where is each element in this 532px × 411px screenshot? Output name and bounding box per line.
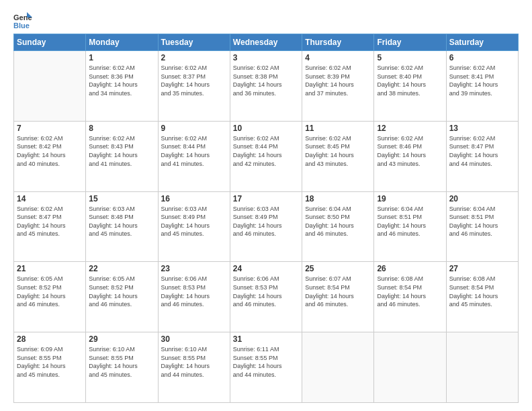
cell-info: Sunrise: 6:08 AM Sunset: 8:54 PM Dayligh…: [449, 275, 515, 308]
cell-info: Sunrise: 6:10 AM Sunset: 8:55 PM Dayligh…: [89, 345, 154, 379]
cell-day-number: 21: [17, 264, 83, 273]
cell-day-number: 26: [377, 264, 443, 273]
page: General Blue SundayMondayTuesdayWednesda…: [0, 0, 532, 411]
cell-info: Sunrise: 6:02 AM Sunset: 8:44 PM Dayligh…: [233, 134, 299, 168]
cell-day-number: 30: [161, 334, 227, 344]
calendar-cell: 18Sunrise: 6:04 AM Sunset: 8:50 PM Dayli…: [302, 191, 374, 262]
calendar-cell: 15Sunrise: 6:03 AM Sunset: 8:48 PM Dayli…: [86, 191, 158, 262]
calendar-cell: 1Sunrise: 6:02 AM Sunset: 8:36 PM Daylig…: [86, 51, 158, 122]
cell-info: Sunrise: 6:02 AM Sunset: 8:41 PM Dayligh…: [449, 64, 515, 97]
cell-info: Sunrise: 6:10 AM Sunset: 8:55 PM Dayligh…: [161, 345, 227, 379]
calendar-cell: 6Sunrise: 6:02 AM Sunset: 8:41 PM Daylig…: [446, 51, 518, 122]
weekday-header-monday: Monday: [86, 34, 158, 51]
calendar-cell: 2Sunrise: 6:02 AM Sunset: 8:37 PM Daylig…: [158, 51, 230, 122]
cell-info: Sunrise: 6:05 AM Sunset: 8:52 PM Dayligh…: [17, 275, 83, 308]
calendar-cell: 16Sunrise: 6:03 AM Sunset: 8:49 PM Dayli…: [158, 191, 230, 262]
cell-day-number: 13: [449, 124, 515, 133]
cell-day-number: 29: [89, 334, 154, 344]
cell-day-number: 5: [377, 53, 443, 62]
cell-day-number: 31: [233, 334, 299, 344]
cell-day-number: 17: [233, 194, 299, 203]
calendar-cell: 27Sunrise: 6:08 AM Sunset: 8:54 PM Dayli…: [446, 262, 518, 332]
cell-day-number: 22: [89, 264, 154, 273]
cell-day-number: 24: [233, 264, 299, 273]
cell-info: Sunrise: 6:02 AM Sunset: 8:47 PM Dayligh…: [17, 205, 83, 238]
calendar-cell: 12Sunrise: 6:02 AM Sunset: 8:46 PM Dayli…: [374, 121, 446, 191]
cell-info: Sunrise: 6:02 AM Sunset: 8:46 PM Dayligh…: [377, 134, 443, 168]
cell-day-number: 20: [449, 194, 515, 203]
calendar-cell: 28Sunrise: 6:09 AM Sunset: 8:55 PM Dayli…: [14, 332, 86, 403]
cell-day-number: 12: [377, 124, 443, 133]
calendar-cell: 24Sunrise: 6:06 AM Sunset: 8:53 PM Dayli…: [230, 262, 302, 332]
weekday-header-thursday: Thursday: [302, 34, 374, 51]
calendar-cell: 26Sunrise: 6:08 AM Sunset: 8:54 PM Dayli…: [374, 262, 446, 332]
cell-info: Sunrise: 6:02 AM Sunset: 8:40 PM Dayligh…: [377, 64, 443, 97]
cell-info: Sunrise: 6:02 AM Sunset: 8:36 PM Dayligh…: [89, 64, 154, 97]
cell-day-number: 23: [161, 264, 227, 273]
weekday-header-row: SundayMondayTuesdayWednesdayThursdayFrid…: [14, 34, 519, 51]
cell-day-number: 7: [17, 124, 83, 133]
calendar-cell: 23Sunrise: 6:06 AM Sunset: 8:53 PM Dayli…: [158, 262, 230, 332]
calendar-cell: [374, 332, 446, 403]
calendar-cell: 3Sunrise: 6:02 AM Sunset: 8:38 PM Daylig…: [230, 51, 302, 122]
weekday-header-tuesday: Tuesday: [158, 34, 230, 51]
cell-info: Sunrise: 6:02 AM Sunset: 8:37 PM Dayligh…: [161, 64, 227, 97]
calendar-cell: 22Sunrise: 6:05 AM Sunset: 8:52 PM Dayli…: [86, 262, 158, 332]
cell-day-number: 16: [161, 194, 227, 203]
cell-info: Sunrise: 6:05 AM Sunset: 8:52 PM Dayligh…: [89, 275, 154, 308]
calendar-week-row: 28Sunrise: 6:09 AM Sunset: 8:55 PM Dayli…: [14, 332, 519, 403]
weekday-header-sunday: Sunday: [14, 34, 86, 51]
cell-info: Sunrise: 6:04 AM Sunset: 8:50 PM Dayligh…: [305, 205, 371, 238]
cell-day-number: 25: [305, 264, 371, 273]
cell-day-number: 6: [449, 53, 515, 62]
calendar-cell: 5Sunrise: 6:02 AM Sunset: 8:40 PM Daylig…: [374, 51, 446, 122]
logo: General Blue: [13, 11, 35, 30]
cell-day-number: 14: [17, 194, 83, 203]
cell-info: Sunrise: 6:08 AM Sunset: 8:54 PM Dayligh…: [377, 275, 443, 308]
calendar-cell: 9Sunrise: 6:02 AM Sunset: 8:44 PM Daylig…: [158, 121, 230, 191]
calendar-cell: 8Sunrise: 6:02 AM Sunset: 8:43 PM Daylig…: [86, 121, 158, 191]
cell-day-number: 11: [305, 124, 371, 133]
cell-day-number: 15: [89, 194, 154, 203]
calendar-cell: 7Sunrise: 6:02 AM Sunset: 8:42 PM Daylig…: [14, 121, 86, 191]
calendar: SundayMondayTuesdayWednesdayThursdayFrid…: [13, 34, 519, 403]
calendar-cell: 31Sunrise: 6:11 AM Sunset: 8:55 PM Dayli…: [230, 332, 302, 403]
weekday-header-saturday: Saturday: [446, 34, 518, 51]
cell-info: Sunrise: 6:06 AM Sunset: 8:53 PM Dayligh…: [233, 275, 299, 308]
cell-info: Sunrise: 6:02 AM Sunset: 8:38 PM Dayligh…: [233, 64, 299, 97]
calendar-cell: 11Sunrise: 6:02 AM Sunset: 8:45 PM Dayli…: [302, 121, 374, 191]
calendar-week-row: 14Sunrise: 6:02 AM Sunset: 8:47 PM Dayli…: [14, 191, 519, 262]
cell-info: Sunrise: 6:11 AM Sunset: 8:55 PM Dayligh…: [233, 345, 299, 379]
calendar-week-row: 1Sunrise: 6:02 AM Sunset: 8:36 PM Daylig…: [14, 51, 519, 122]
svg-text:Blue: Blue: [13, 21, 30, 30]
cell-info: Sunrise: 6:07 AM Sunset: 8:54 PM Dayligh…: [305, 275, 371, 308]
cell-info: Sunrise: 6:04 AM Sunset: 8:51 PM Dayligh…: [449, 205, 515, 238]
cell-day-number: 9: [161, 124, 227, 133]
header: General Blue: [13, 11, 519, 30]
cell-info: Sunrise: 6:02 AM Sunset: 8:47 PM Dayligh…: [449, 134, 515, 168]
cell-info: Sunrise: 6:04 AM Sunset: 8:51 PM Dayligh…: [377, 205, 443, 238]
cell-day-number: 10: [233, 124, 299, 133]
weekday-header-wednesday: Wednesday: [230, 34, 302, 51]
cell-info: Sunrise: 6:03 AM Sunset: 8:49 PM Dayligh…: [233, 205, 299, 238]
cell-info: Sunrise: 6:03 AM Sunset: 8:49 PM Dayligh…: [161, 205, 227, 238]
calendar-cell: [446, 332, 518, 403]
cell-day-number: 3: [233, 53, 299, 62]
weekday-header-friday: Friday: [374, 34, 446, 51]
cell-day-number: 28: [17, 334, 83, 344]
cell-info: Sunrise: 6:02 AM Sunset: 8:43 PM Dayligh…: [89, 134, 154, 168]
calendar-cell: [302, 332, 374, 403]
cell-day-number: 19: [377, 194, 443, 203]
calendar-cell: 4Sunrise: 6:02 AM Sunset: 8:39 PM Daylig…: [302, 51, 374, 122]
cell-day-number: 18: [305, 194, 371, 203]
cell-day-number: 8: [89, 124, 154, 133]
cell-day-number: 2: [161, 53, 227, 62]
cell-info: Sunrise: 6:02 AM Sunset: 8:45 PM Dayligh…: [305, 134, 371, 168]
cell-info: Sunrise: 6:02 AM Sunset: 8:42 PM Dayligh…: [17, 134, 83, 168]
cell-day-number: 1: [89, 53, 154, 62]
cell-info: Sunrise: 6:02 AM Sunset: 8:39 PM Dayligh…: [305, 64, 371, 97]
calendar-cell: 17Sunrise: 6:03 AM Sunset: 8:49 PM Dayli…: [230, 191, 302, 262]
cell-info: Sunrise: 6:02 AM Sunset: 8:44 PM Dayligh…: [161, 134, 227, 168]
calendar-cell: 13Sunrise: 6:02 AM Sunset: 8:47 PM Dayli…: [446, 121, 518, 191]
calendar-cell: [14, 51, 86, 122]
